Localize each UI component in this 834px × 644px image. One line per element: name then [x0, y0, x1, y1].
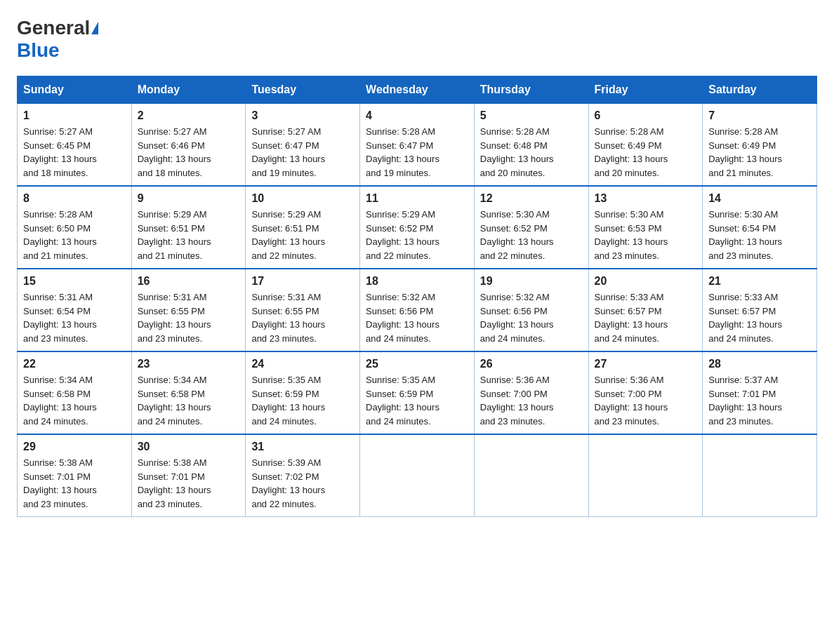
day-info: Sunrise: 5:29 AMSunset: 6:51 PMDaylight:… [251, 208, 354, 262]
day-number: 13 [595, 192, 697, 205]
calendar-cell: 31Sunrise: 5:39 AMSunset: 7:02 PMDayligh… [246, 434, 360, 517]
calendar-cell: 15Sunrise: 5:31 AMSunset: 6:54 PMDayligh… [18, 269, 132, 351]
logo-blue-text: Blue [17, 39, 60, 62]
day-info: Sunrise: 5:36 AMSunset: 7:00 PMDaylight:… [595, 373, 697, 428]
day-info: Sunrise: 5:28 AMSunset: 6:47 PMDaylight:… [366, 125, 468, 180]
day-number: 22 [23, 358, 126, 370]
day-info: Sunrise: 5:28 AMSunset: 6:50 PMDaylight:… [23, 208, 126, 262]
calendar-cell: 17Sunrise: 5:31 AMSunset: 6:55 PMDayligh… [246, 269, 360, 351]
day-info: Sunrise: 5:37 AMSunset: 7:01 PMDaylight:… [708, 373, 811, 428]
calendar-cell: 30Sunrise: 5:38 AMSunset: 7:01 PMDayligh… [131, 434, 246, 517]
calendar-cell: 26Sunrise: 5:36 AMSunset: 7:00 PMDayligh… [474, 351, 588, 434]
day-info: Sunrise: 5:36 AMSunset: 7:00 PMDaylight:… [480, 373, 583, 428]
calendar-week-row: 29Sunrise: 5:38 AMSunset: 7:01 PMDayligh… [18, 434, 817, 517]
day-info: Sunrise: 5:29 AMSunset: 6:51 PMDaylight:… [138, 208, 240, 262]
calendar-header-monday: Monday [131, 76, 246, 104]
day-info: Sunrise: 5:35 AMSunset: 6:59 PMDaylight:… [366, 373, 468, 428]
calendar-cell: 2Sunrise: 5:27 AMSunset: 6:46 PMDaylight… [131, 104, 246, 187]
calendar-cell: 20Sunrise: 5:33 AMSunset: 6:57 PMDayligh… [588, 269, 703, 351]
calendar-cell: 19Sunrise: 5:32 AMSunset: 6:56 PMDayligh… [474, 269, 588, 351]
day-info: Sunrise: 5:34 AMSunset: 6:58 PMDaylight:… [23, 373, 126, 428]
day-info: Sunrise: 5:28 AMSunset: 6:49 PMDaylight:… [708, 125, 811, 180]
day-number: 11 [366, 192, 468, 205]
day-number: 26 [480, 358, 583, 370]
calendar-week-row: 1Sunrise: 5:27 AMSunset: 6:45 PMDaylight… [18, 104, 817, 187]
day-number: 31 [251, 441, 354, 453]
calendar-cell: 24Sunrise: 5:35 AMSunset: 6:59 PMDayligh… [246, 351, 360, 434]
day-info: Sunrise: 5:31 AMSunset: 6:55 PMDaylight:… [251, 290, 354, 345]
day-number: 7 [708, 109, 811, 122]
calendar-cell: 11Sunrise: 5:29 AMSunset: 6:52 PMDayligh… [360, 186, 475, 269]
day-info: Sunrise: 5:31 AMSunset: 6:54 PMDaylight:… [23, 290, 126, 345]
day-number: 10 [251, 192, 354, 205]
calendar-cell: 18Sunrise: 5:32 AMSunset: 6:56 PMDayligh… [360, 269, 475, 351]
day-number: 8 [23, 192, 126, 205]
calendar-cell [588, 434, 703, 517]
day-info: Sunrise: 5:34 AMSunset: 6:58 PMDaylight:… [138, 373, 240, 428]
day-number: 1 [23, 109, 126, 122]
calendar-cell: 29Sunrise: 5:38 AMSunset: 7:01 PMDayligh… [18, 434, 132, 517]
day-number: 21 [708, 275, 811, 288]
calendar-header-saturday: Saturday [703, 76, 817, 104]
day-info: Sunrise: 5:38 AMSunset: 7:01 PMDaylight:… [23, 456, 126, 511]
day-number: 25 [366, 358, 468, 370]
day-number: 19 [480, 275, 583, 288]
calendar-table: SundayMondayTuesdayWednesdayThursdayFrid… [17, 76, 817, 517]
day-info: Sunrise: 5:27 AMSunset: 6:46 PMDaylight:… [138, 125, 240, 180]
calendar-cell: 1Sunrise: 5:27 AMSunset: 6:45 PMDaylight… [18, 104, 132, 187]
day-info: Sunrise: 5:33 AMSunset: 6:57 PMDaylight:… [708, 290, 811, 345]
day-number: 16 [138, 275, 240, 288]
day-number: 24 [251, 358, 354, 370]
day-number: 15 [23, 275, 126, 288]
calendar-week-row: 22Sunrise: 5:34 AMSunset: 6:58 PMDayligh… [18, 351, 817, 434]
day-info: Sunrise: 5:27 AMSunset: 6:45 PMDaylight:… [23, 125, 126, 180]
calendar-cell: 8Sunrise: 5:28 AMSunset: 6:50 PMDaylight… [18, 186, 132, 269]
calendar-week-row: 8Sunrise: 5:28 AMSunset: 6:50 PMDaylight… [18, 186, 817, 269]
calendar-cell [703, 434, 817, 517]
calendar-cell: 13Sunrise: 5:30 AMSunset: 6:53 PMDayligh… [588, 186, 703, 269]
day-info: Sunrise: 5:33 AMSunset: 6:57 PMDaylight:… [595, 290, 697, 345]
calendar-header-thursday: Thursday [474, 76, 588, 104]
day-info: Sunrise: 5:28 AMSunset: 6:49 PMDaylight:… [595, 125, 697, 180]
day-info: Sunrise: 5:39 AMSunset: 7:02 PMDaylight:… [251, 456, 354, 511]
calendar-cell: 28Sunrise: 5:37 AMSunset: 7:01 PMDayligh… [703, 351, 817, 434]
calendar-cell: 10Sunrise: 5:29 AMSunset: 6:51 PMDayligh… [246, 186, 360, 269]
day-number: 9 [138, 192, 240, 205]
day-number: 30 [138, 441, 240, 453]
day-info: Sunrise: 5:28 AMSunset: 6:48 PMDaylight:… [480, 125, 583, 180]
calendar-header-friday: Friday [588, 76, 703, 104]
calendar-header-row: SundayMondayTuesdayWednesdayThursdayFrid… [18, 76, 817, 104]
logo-general-text: General [17, 17, 90, 39]
day-info: Sunrise: 5:30 AMSunset: 6:52 PMDaylight:… [480, 208, 583, 262]
day-number: 3 [251, 109, 354, 122]
day-number: 20 [595, 275, 697, 288]
page-header: General Blue [17, 17, 817, 62]
day-info: Sunrise: 5:32 AMSunset: 6:56 PMDaylight:… [480, 290, 583, 345]
calendar-cell: 25Sunrise: 5:35 AMSunset: 6:59 PMDayligh… [360, 351, 475, 434]
calendar-cell: 21Sunrise: 5:33 AMSunset: 6:57 PMDayligh… [703, 269, 817, 351]
calendar-header-tuesday: Tuesday [246, 76, 360, 104]
calendar-cell: 23Sunrise: 5:34 AMSunset: 6:58 PMDayligh… [131, 351, 246, 434]
day-number: 6 [595, 109, 697, 122]
logo-triangle-icon [91, 22, 98, 34]
calendar-cell: 12Sunrise: 5:30 AMSunset: 6:52 PMDayligh… [474, 186, 588, 269]
day-info: Sunrise: 5:31 AMSunset: 6:55 PMDaylight:… [138, 290, 240, 345]
calendar-cell: 7Sunrise: 5:28 AMSunset: 6:49 PMDaylight… [703, 104, 817, 187]
day-info: Sunrise: 5:38 AMSunset: 7:01 PMDaylight:… [138, 456, 240, 511]
day-info: Sunrise: 5:32 AMSunset: 6:56 PMDaylight:… [366, 290, 468, 345]
calendar-cell [360, 434, 475, 517]
calendar-week-row: 15Sunrise: 5:31 AMSunset: 6:54 PMDayligh… [18, 269, 817, 351]
day-number: 12 [480, 192, 583, 205]
day-info: Sunrise: 5:29 AMSunset: 6:52 PMDaylight:… [366, 208, 468, 262]
day-number: 28 [708, 358, 811, 370]
day-number: 5 [480, 109, 583, 122]
day-number: 17 [251, 275, 354, 288]
day-number: 27 [595, 358, 697, 370]
calendar-cell: 6Sunrise: 5:28 AMSunset: 6:49 PMDaylight… [588, 104, 703, 187]
day-info: Sunrise: 5:30 AMSunset: 6:53 PMDaylight:… [595, 208, 697, 262]
calendar-cell: 5Sunrise: 5:28 AMSunset: 6:48 PMDaylight… [474, 104, 588, 187]
calendar-cell: 3Sunrise: 5:27 AMSunset: 6:47 PMDaylight… [246, 104, 360, 187]
day-info: Sunrise: 5:27 AMSunset: 6:47 PMDaylight:… [251, 125, 354, 180]
calendar-cell: 27Sunrise: 5:36 AMSunset: 7:00 PMDayligh… [588, 351, 703, 434]
day-number: 4 [366, 109, 468, 122]
